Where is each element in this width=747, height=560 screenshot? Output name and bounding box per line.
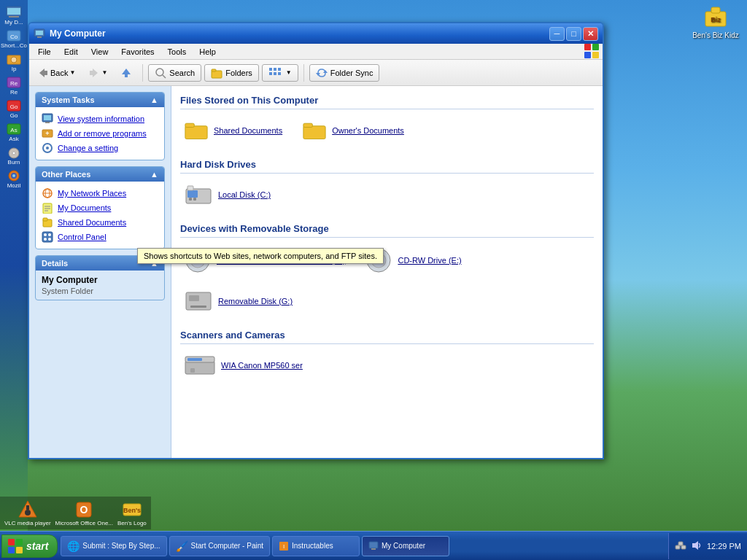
minimize-button[interactable]: ─ [549, 27, 565, 41]
folders-button[interactable]: Folders [204, 64, 259, 82]
shared-docs-icon [42, 217, 53, 228]
wia-canon-item[interactable]: WIA Canon MP560 ser [180, 351, 307, 379]
my-network-places-link[interactable]: My Network Places [42, 186, 158, 201]
menu-view[interactable]: View [85, 46, 115, 58]
forward-dropdown[interactable]: ▼ [101, 69, 107, 76]
left-icon-mydesktop-label: My D... [4, 20, 23, 26]
shared-documents-link[interactable]: Shared Documents [42, 215, 158, 230]
change-setting-link[interactable]: Change a setting [42, 141, 158, 155]
left-icon-ask[interactable]: As Ask [4, 122, 24, 143]
taskbar-label-submit: Submit : Step By Step... [82, 542, 160, 550]
back-dropdown[interactable]: ▼ [69, 69, 75, 76]
menu-file[interactable]: File [32, 46, 57, 58]
svg-text:O: O [80, 504, 88, 516]
svg-rect-24 [584, 44, 591, 50]
my-computer-window: My Computer ─ □ ✕ File Edit View Favorit… [28, 22, 604, 459]
desktop-icon-bens-biz-label: Ben's Biz Kidz [692, 31, 739, 39]
svg-rect-94 [16, 547, 23, 553]
svg-rect-86 [190, 306, 206, 308]
start-button[interactable]: start [1, 534, 58, 558]
other-places-section: Other Places ▲ My Network Places [35, 166, 165, 249]
owners-documents-item[interactable]: Owner's Documents [298, 117, 409, 144]
settings-icon [42, 142, 53, 154]
window-icon [34, 28, 45, 39]
view-button[interactable]: ▼ [262, 64, 298, 82]
svg-rect-38 [269, 68, 272, 71]
left-icon-go[interactable]: Go Go [4, 99, 24, 120]
svg-point-52 [46, 147, 49, 149]
svg-point-34 [156, 69, 163, 76]
control-panel-link[interactable]: Control Panel [42, 230, 158, 244]
hard-disk-grid: Local Disk (C:) [180, 181, 594, 209]
left-icon-mydesktop[interactable]: My D... [4, 6, 24, 26]
tooltip: Shows shortcuts to Web sites, network co… [137, 248, 384, 264]
svg-rect-73 [189, 198, 192, 201]
other-places-header[interactable]: Other Places ▲ [36, 167, 164, 182]
system-tasks-collapse-icon: ▲ [150, 96, 158, 104]
close-button[interactable]: ✕ [583, 27, 598, 41]
tray-network-icon [675, 540, 686, 553]
back-label: Back [50, 69, 68, 77]
removable-g-item[interactable]: Removable Disk (G:) [180, 287, 297, 315]
left-icon-mozilla-label: Mozil [7, 183, 21, 190]
maximize-button[interactable]: □ [566, 27, 581, 41]
system-tasks-header[interactable]: System Tasks ▲ [36, 93, 164, 107]
taskbar-item-instructables[interactable]: I Instructables [272, 536, 360, 556]
svg-point-63 [44, 233, 47, 236]
details-body: My Computer System Folder [36, 271, 164, 300]
other-places-collapse-icon: ▲ [150, 170, 158, 179]
menu-edit[interactable]: Edit [58, 46, 84, 58]
forward-button[interactable]: ▼ [83, 64, 112, 82]
folder-sync-button[interactable]: Folder Sync [309, 64, 380, 82]
svg-marker-104 [692, 541, 698, 550]
view-dropdown[interactable]: ▼ [286, 69, 292, 76]
bens-logo-icon-bottom[interactable]: Ben's Ben's Logo [116, 498, 148, 528]
svg-rect-69 [303, 126, 325, 139]
msoffice-icon-bottom[interactable]: O Microsoft Office One... [54, 498, 115, 528]
tray-volume-icon[interactable] [691, 540, 703, 553]
left-icon-burn[interactable]: Burn [4, 146, 24, 166]
left-icon-ip[interactable]: Ip [4, 52, 24, 73]
vlc-icon-bottom[interactable]: VLC media player [3, 498, 53, 528]
owners-docs-label: Owner's Documents [332, 126, 404, 135]
svg-point-6 [11, 57, 17, 63]
view-system-info-link[interactable]: View system information [42, 112, 158, 126]
taskbar-item-paint[interactable]: 🖌️ Start Computer - Paint [169, 536, 270, 556]
left-icon-re[interactable]: Re Re [4, 76, 24, 96]
left-icon-mozilla[interactable]: Mozil [4, 169, 24, 190]
local-disk-c-item[interactable]: Local Disk (C:) [180, 181, 282, 209]
up-button[interactable] [115, 64, 137, 82]
tray-time: 12:29 PM [707, 542, 741, 551]
svg-rect-27 [592, 52, 599, 58]
taskbar-item-submit[interactable]: 🌐 Submit : Step By Step... [61, 536, 166, 556]
up-icon [120, 67, 132, 79]
left-icon-ask-label: Ask [9, 136, 18, 143]
back-button[interactable]: Back ▼ [32, 64, 80, 82]
menu-favorites[interactable]: Favorites [115, 46, 160, 58]
msoffice-label: Microsoft Office One... [55, 520, 113, 526]
taskbar: start 🌐 Submit : Step By Step... 🖌️ Star… [0, 531, 747, 560]
svg-rect-90 [190, 368, 195, 373]
taskbar-item-mycomputer[interactable]: My Computer [362, 536, 449, 556]
window-controls: ─ □ ✕ [549, 27, 598, 41]
search-button[interactable]: Search [148, 64, 201, 82]
menu-bar: File Edit View Favorites Tools Help [29, 44, 603, 60]
my-documents-link[interactable]: My Documents [42, 201, 158, 215]
menu-tools[interactable]: Tools [162, 46, 193, 58]
desktop-icon-bens-biz[interactable]: Biz Ben's Biz Kidz [690, 6, 741, 39]
svg-rect-1 [9, 16, 19, 18]
back-icon [37, 67, 49, 79]
shared-documents-item[interactable]: Shared Documents [180, 117, 287, 144]
svg-rect-70 [303, 123, 312, 127]
taskbar-icon-instructables: I [279, 541, 289, 551]
menu-help[interactable]: Help [193, 46, 222, 58]
window-title: My Computer [50, 28, 545, 39]
svg-rect-42 [274, 72, 276, 75]
left-icon-shortco[interactable]: Co Short...Co [4, 29, 24, 50]
toolbar: Back ▼ ▼ Search [29, 60, 603, 86]
svg-rect-91 [8, 539, 15, 545]
svg-rect-92 [16, 539, 23, 545]
add-remove-link[interactable]: + Add or remove programs [42, 126, 158, 141]
svg-rect-74 [193, 198, 196, 201]
other-places-body: My Network Places My Documents [36, 182, 164, 249]
